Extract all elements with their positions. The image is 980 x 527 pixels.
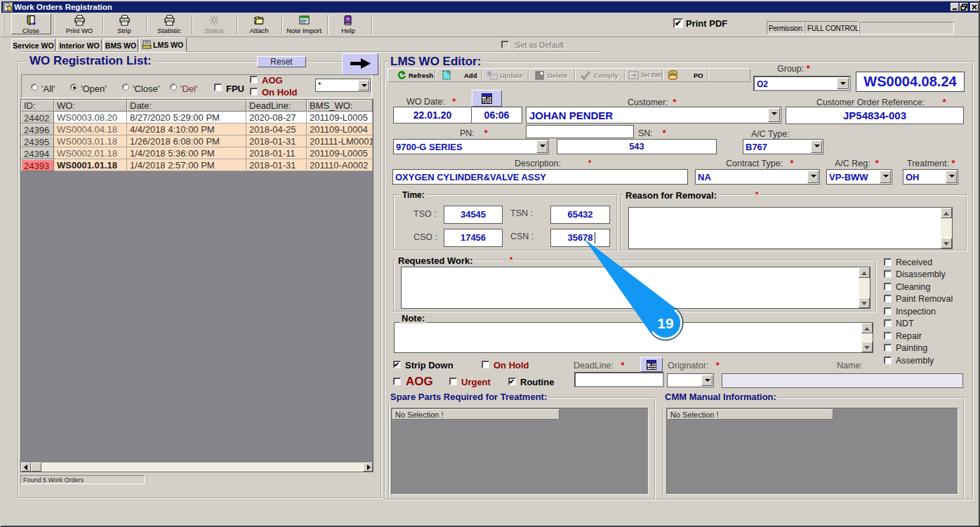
svg-text:19: 19: [657, 315, 673, 331]
